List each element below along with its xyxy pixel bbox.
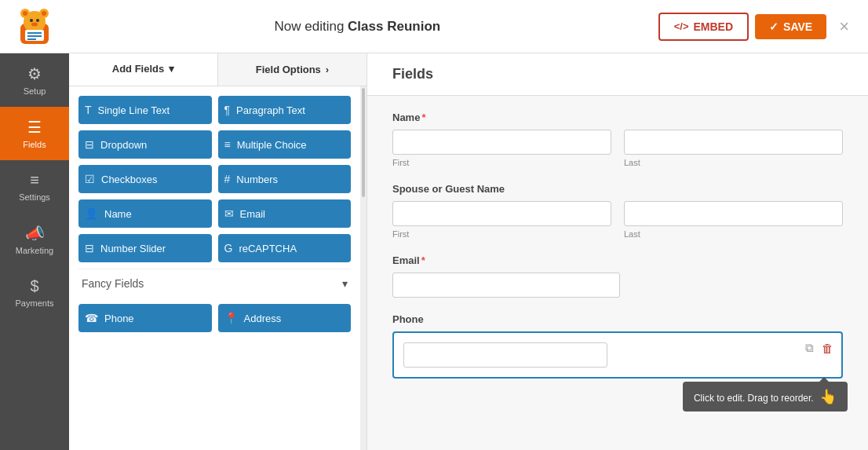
copy-icon: ⧉ xyxy=(805,341,814,354)
spouse-last-input[interactable] xyxy=(624,201,843,226)
field-btn-paragraph-text[interactable]: ¶ Paragraph Text xyxy=(218,96,352,124)
email-form-field: Email* xyxy=(392,254,843,298)
slider-icon: ⊟ xyxy=(85,242,94,254)
field-btn-name[interactable]: 👤 Name xyxy=(78,199,212,228)
email-input[interactable] xyxy=(392,273,620,298)
tab-field-options[interactable]: Field Options › xyxy=(218,53,367,86)
chevron-down-icon: ▾ xyxy=(169,63,174,75)
sidebar-item-fields[interactable]: ☰ Fields xyxy=(0,107,69,160)
person-icon: 👤 xyxy=(85,207,98,220)
scroll-track[interactable] xyxy=(360,86,367,450)
name-form-field: Name* First Last xyxy=(392,112,843,167)
form-preview-header: Fields xyxy=(367,53,868,96)
svg-point-7 xyxy=(30,19,33,22)
field-btn-number-slider[interactable]: ⊟ Number Slider xyxy=(78,234,212,262)
spouse-last-col: Last xyxy=(624,201,843,239)
spouse-first-col: First xyxy=(392,201,611,239)
phone-icon: ☎ xyxy=(85,312,98,324)
field-btn-multiple-choice[interactable]: ≡ Multiple Choice xyxy=(218,130,352,159)
phone-label: Phone xyxy=(392,313,843,325)
fancy-fields-label: Fancy Fields xyxy=(82,277,144,290)
sidebar-item-setup[interactable]: ⚙ Setup xyxy=(0,53,69,107)
sidebar-item-settings[interactable]: ≡ Settings xyxy=(0,160,69,213)
top-bar: Now editing Class Reunion </> EMBED ✓ SA… xyxy=(0,0,868,53)
dropdown-icon: ⊟ xyxy=(85,138,94,151)
sidebar-item-marketing[interactable]: 📣 Marketing xyxy=(0,213,69,266)
svg-point-5 xyxy=(23,11,27,16)
first-name-input[interactable] xyxy=(392,130,611,155)
first-name-col: First xyxy=(392,130,611,167)
field-btn-dropdown[interactable]: ⊟ Dropdown xyxy=(78,130,212,159)
check-icon: ✓ xyxy=(769,20,779,33)
sidebar-item-label: Fields xyxy=(23,140,46,149)
paragraph-icon: ¶ xyxy=(224,104,231,116)
tab-add-fields[interactable]: Add Fields ▾ xyxy=(69,53,217,86)
svg-point-6 xyxy=(42,11,46,16)
pin-icon: 📍 xyxy=(224,312,238,324)
setup-icon: ⚙ xyxy=(27,64,42,83)
field-btn-phone[interactable]: ☎ Phone xyxy=(78,304,212,332)
fields-icon: ☰ xyxy=(27,118,42,137)
last-label: Last xyxy=(624,158,843,167)
phone-field-actions: ⧉ 🗑 xyxy=(804,339,835,357)
main-layout: ⚙ Setup ☰ Fields ≡ Settings 📣 Marketing … xyxy=(0,53,868,450)
top-bar-actions: </> EMBED ✓ SAVE × xyxy=(658,13,855,41)
phone-input[interactable] xyxy=(403,342,607,368)
email-required-indicator: * xyxy=(421,254,425,266)
code-icon: </> xyxy=(674,20,689,32)
save-button[interactable]: ✓ SAVE xyxy=(755,14,826,39)
list-icon: ≡ xyxy=(224,138,231,151)
fields-panel: Add Fields ▾ Field Options › T Single Li… xyxy=(69,53,367,450)
logo-icon xyxy=(13,5,57,49)
spouse-name-form-field: Spouse or Guest Name First Last xyxy=(392,183,843,239)
spouse-name-row: First Last xyxy=(392,201,843,239)
field-btn-address[interactable]: 📍 Address xyxy=(218,304,352,332)
field-btn-checkboxes[interactable]: ☑ Checkboxes xyxy=(78,165,212,193)
svg-point-9 xyxy=(31,22,38,26)
logo xyxy=(13,5,57,49)
settings-icon: ≡ xyxy=(30,171,39,189)
fancy-fields-section: Fancy Fields ▾ ☎ Phone 📍 Address xyxy=(78,269,351,332)
email-label: Email* xyxy=(392,254,843,266)
email-icon: ✉ xyxy=(224,207,234,220)
name-label: Name* xyxy=(392,112,843,123)
copy-phone-button[interactable]: ⧉ xyxy=(804,339,815,357)
chevron-right-icon: › xyxy=(326,64,329,75)
field-btn-numbers[interactable]: # Numbers xyxy=(218,165,352,193)
sidebar-item-label: Setup xyxy=(24,86,46,96)
sidebar-item-label: Settings xyxy=(19,192,50,202)
first-label: First xyxy=(392,158,611,167)
fancy-fields-chevron: ▾ xyxy=(342,277,348,290)
close-button[interactable]: × xyxy=(833,13,855,40)
form-title: Fields xyxy=(392,66,433,82)
last-name-col: Last xyxy=(624,130,843,167)
payments-icon: $ xyxy=(30,277,38,295)
field-buttons-grid: T Single Line Text ¶ Paragraph Text ⊟ Dr… xyxy=(78,96,351,262)
fancy-fields-grid: ☎ Phone 📍 Address xyxy=(78,304,351,332)
field-btn-single-line-text[interactable]: T Single Line Text xyxy=(78,96,212,124)
form-content: Name* First Last Spouse or Guest Name xyxy=(367,96,868,410)
spouse-last-label: Last xyxy=(624,229,843,239)
trash-icon: 🗑 xyxy=(822,342,833,355)
svg-point-8 xyxy=(36,19,39,22)
phone-form-field[interactable]: Phone ⧉ 🗑 Click to edit. Drag to r xyxy=(392,313,843,379)
spouse-first-input[interactable] xyxy=(392,201,611,226)
field-btn-email[interactable]: ✉ Email xyxy=(218,199,352,228)
embed-button[interactable]: </> EMBED xyxy=(658,13,749,41)
sidebar-item-label: Payments xyxy=(16,298,54,308)
spouse-first-label: First xyxy=(392,229,611,239)
sidebar-nav: ⚙ Setup ☰ Fields ≡ Settings 📣 Marketing … xyxy=(0,53,69,450)
tooltip-box: Click to edit. Drag to reorder. 👆 xyxy=(683,382,848,412)
last-name-input[interactable] xyxy=(624,130,843,155)
panel-tabs: Add Fields ▾ Field Options › xyxy=(69,53,367,86)
field-btn-recaptcha[interactable]: G reCAPTCHA xyxy=(218,234,352,262)
recaptcha-icon: G xyxy=(224,242,233,254)
page-title: Now editing Class Reunion xyxy=(275,19,441,35)
sidebar-item-payments[interactable]: $ Payments xyxy=(0,266,69,319)
hash-icon: # xyxy=(224,173,231,185)
delete-phone-button[interactable]: 🗑 xyxy=(820,339,835,357)
text-icon: T xyxy=(85,104,92,116)
fancy-fields-header[interactable]: Fancy Fields ▾ xyxy=(78,269,351,298)
phone-field-wrapper[interactable]: ⧉ 🗑 Click to edit. Drag to reorder. 👆 xyxy=(392,331,843,379)
sidebar-item-label: Marketing xyxy=(16,246,53,255)
